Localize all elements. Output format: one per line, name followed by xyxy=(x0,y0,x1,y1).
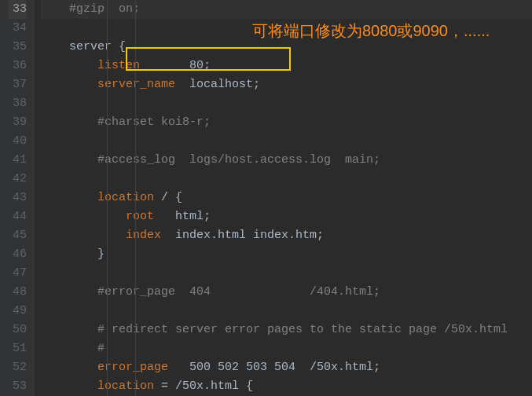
code-line[interactable]: #error_page 404 /404.html; xyxy=(41,283,532,302)
line-number: 48 xyxy=(8,283,27,302)
code-line[interactable]: error_page 500 502 503 504 /50x.html; xyxy=(41,358,532,377)
code-token: index xyxy=(41,229,175,242)
line-number: 45 xyxy=(8,226,27,245)
line-number: 38 xyxy=(8,94,27,113)
line-number: 42 xyxy=(8,170,27,189)
line-number-gutter: 3334353637383940414243444546474849505152… xyxy=(0,0,35,396)
line-number: 40 xyxy=(8,132,27,151)
line-number: 41 xyxy=(8,151,27,170)
code-token: # redirect server error pages to the sta… xyxy=(41,323,508,336)
code-line[interactable]: location / { xyxy=(41,189,532,207)
line-number: 36 xyxy=(8,57,27,75)
code-line[interactable]: #access_log logs/host.access.log main; xyxy=(41,151,532,170)
line-number: 44 xyxy=(8,207,27,226)
code-line[interactable]: server_name localhost; xyxy=(41,75,532,94)
line-number: 46 xyxy=(8,245,27,264)
line-number: 52 xyxy=(8,358,27,377)
code-area[interactable]: 可将端口修改为8080或9090，...... #gzip on; server… xyxy=(35,0,532,396)
line-number: 33 xyxy=(8,0,27,19)
code-token: index.html index.htm; xyxy=(175,229,324,242)
code-token: } xyxy=(41,248,105,261)
line-number: 37 xyxy=(8,75,27,94)
code-token: location xyxy=(41,380,161,393)
code-token: # xyxy=(41,342,105,355)
indent-guide xyxy=(107,0,108,396)
code-token: server_name xyxy=(41,78,189,91)
line-number: 34 xyxy=(8,19,27,38)
code-token: localhost; xyxy=(189,78,260,91)
code-line[interactable]: # xyxy=(41,339,532,358)
code-line[interactable]: location = /50x.html { xyxy=(41,377,532,396)
code-token: = /50x.html { xyxy=(161,380,253,393)
code-line[interactable]: listen 80; xyxy=(41,57,532,75)
code-token: #access_log logs/host.access.log main; xyxy=(41,153,380,167)
line-number: 39 xyxy=(8,113,27,132)
code-token: root xyxy=(41,210,175,223)
code-line[interactable] xyxy=(41,264,532,283)
code-token: server { xyxy=(41,40,126,53)
code-line[interactable]: index index.html index.htm; xyxy=(41,226,532,245)
line-number: 49 xyxy=(8,302,27,321)
code-token: 500 502 503 504 /50x.html; xyxy=(189,361,380,374)
code-token: / { xyxy=(161,191,182,204)
code-token: 80; xyxy=(189,59,211,72)
code-token: #gzip on; xyxy=(41,2,140,16)
code-line[interactable]: #charset koi8-r; xyxy=(41,113,532,132)
annotation-text: 可将端口修改为8080或9090，...... xyxy=(252,20,490,42)
line-number: 43 xyxy=(8,189,27,207)
code-editor: 3334353637383940414243444546474849505152… xyxy=(0,0,532,396)
code-line[interactable]: # redirect server error pages to the sta… xyxy=(41,321,532,339)
code-token: html; xyxy=(175,210,211,223)
code-token: #error_page 404 /404.html; xyxy=(41,285,380,299)
code-line[interactable] xyxy=(41,94,532,113)
code-token: location xyxy=(41,191,161,204)
line-number: 51 xyxy=(8,339,27,358)
indent-guide xyxy=(135,0,136,396)
line-number: 47 xyxy=(8,264,27,283)
code-line[interactable]: } xyxy=(41,245,532,264)
code-line[interactable]: #gzip on; xyxy=(41,0,532,19)
line-number: 50 xyxy=(8,321,27,339)
code-line[interactable] xyxy=(41,132,532,151)
code-line[interactable]: root html; xyxy=(41,207,532,226)
code-token: #charset koi8-r; xyxy=(41,116,211,129)
code-token: error_page xyxy=(41,361,189,374)
line-number: 35 xyxy=(8,38,27,57)
line-number: 53 xyxy=(8,377,27,396)
code-line[interactable] xyxy=(41,170,532,189)
code-token: listen xyxy=(41,59,189,72)
code-line[interactable] xyxy=(41,302,532,321)
